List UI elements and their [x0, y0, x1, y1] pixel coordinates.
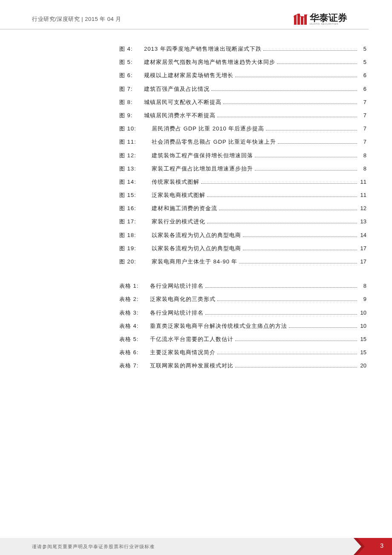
- toc-leader-dots: [205, 283, 357, 288]
- toc-entry-label: 图 18:: [119, 228, 144, 242]
- footer-page-badge: 3: [354, 538, 392, 555]
- toc-entry-title: 泛家装电商模式图解: [144, 188, 205, 202]
- toc-entry-title: 以家装各流程为切入点的典型电商: [144, 228, 241, 242]
- toc-entry-label: 图 11:: [119, 135, 144, 148]
- toc-entry-page: 11: [359, 175, 366, 188]
- toc-leader-dots: [277, 60, 357, 64]
- toc-leader-dots: [266, 126, 357, 130]
- toc-entry-title: 垂直类泛家装电商平台解决传统模式业主痛点的方法: [150, 319, 287, 332]
- toc-row: 图 13:家装工程产值占比增加且增速逐步抬升8: [119, 162, 366, 175]
- toc-leader-dots: [235, 363, 357, 367]
- toc-leader-dots: [223, 99, 357, 104]
- toc-leader-dots: [235, 337, 357, 341]
- toc-row: 表格 7:互联网家装的两种发展模式对比20: [119, 359, 366, 372]
- toc-leader-dots: [207, 219, 357, 223]
- toc-entry-page: 5: [359, 55, 366, 69]
- toc-row: 图 7:建筑百强产值及占比情况6: [119, 82, 366, 95]
- toc-entry-page: 9: [359, 292, 366, 306]
- toc-entry-page: 8: [359, 149, 366, 162]
- toc-row: 图 4:2013 年四季度地产销售增速出现断崖式下跌5: [119, 42, 366, 55]
- toc-entry-title: 主要泛家装电商情况简介: [150, 346, 216, 359]
- toc-entry-label: 表格 2:: [119, 292, 150, 306]
- toc-leader-dots: [235, 73, 357, 77]
- toc-entry-label: 图 14:: [119, 175, 144, 188]
- toc-row: 图 14:传统家装模式图解11: [119, 175, 366, 188]
- toc-row: 图 15:泛家装电商模式图解11: [119, 188, 366, 202]
- toc-entry-label: 表格 1:: [119, 279, 150, 292]
- toc-row: 图 17:家装行业的模式进化13: [119, 215, 366, 228]
- toc-leader-dots: [255, 153, 357, 157]
- toc-leader-dots: [201, 179, 357, 183]
- page-footer: 谨请参阅尾页重要声明及华泰证券股票和行业评级标准 3: [0, 538, 392, 555]
- toc-entry-title: 2013 年四季度地产销售增速出现断崖式下跌: [144, 42, 262, 55]
- toc-leader-dots: [205, 310, 357, 314]
- toc-leader-dots: [243, 246, 357, 250]
- toc-row: 表格 4:垂直类泛家装电商平台解决传统模式业主痛点的方法10: [119, 319, 366, 332]
- toc-entry-title: 城镇居民消费水平不断提高: [144, 109, 216, 122]
- page-header: 行业研究/深度研究 | 2015 年 04 月 华泰证券 HUATAI SECU…: [0, 0, 369, 29]
- toc-entry-label: 图 20:: [119, 255, 144, 268]
- toc-leader-dots: [243, 232, 357, 237]
- toc-content: 图 4:2013 年四季度地产销售增速出现断崖式下跌5图 5:建材家居景气指数与…: [0, 29, 392, 373]
- toc-entry-label: 图 15:: [119, 188, 144, 202]
- toc-entry-page: 8: [359, 279, 366, 292]
- toc-entry-page: 7: [359, 135, 366, 148]
- figures-list: 图 4:2013 年四季度地产销售增速出现断崖式下跌5图 5:建材家居景气指数与…: [119, 42, 366, 268]
- toc-entry-label: 图 16:: [119, 202, 144, 215]
- toc-entry-page: 15: [359, 346, 366, 359]
- toc-entry-page: 17: [359, 242, 366, 255]
- toc-entry-title: 千亿流水平台需要的工人数估计: [150, 332, 233, 346]
- toc-leader-dots: [217, 113, 357, 117]
- toc-leader-dots: [289, 323, 357, 327]
- toc-entry-title: 建筑百强产值及占比情况: [144, 82, 210, 95]
- toc-entry-label: 表格 7:: [119, 359, 150, 372]
- breadcrumb: 行业研究/深度研究 | 2015 年 04 月: [32, 15, 121, 23]
- toc-row: 表格 1:各行业网站统计排名8: [119, 279, 366, 292]
- toc-row: 图 16:建材和施工消费的资金流12: [119, 202, 366, 215]
- brand-text-block: 华泰证券 HUATAI SECURITIES: [310, 13, 347, 25]
- toc-row: 图 8:城镇居民可支配收入不断提高7: [119, 95, 366, 109]
- toc-leader-dots: [211, 86, 357, 90]
- toc-entry-page: 15: [359, 332, 366, 346]
- toc-entry-title: 家装工程产值占比增加且增速逐步抬升: [144, 162, 253, 175]
- toc-entry-title: 互联网家装的两种发展模式对比: [150, 359, 233, 372]
- toc-entry-title: 泛家装电商化的三类形式: [150, 292, 216, 306]
- toc-entry-page: 17: [359, 255, 366, 268]
- toc-entry-title: 建材和施工消费的资金流: [144, 202, 217, 215]
- toc-entry-title: 规模以上建材家居卖场销售无增长: [144, 69, 233, 82]
- toc-entry-label: 表格 3:: [119, 306, 150, 319]
- toc-row: 图 9:城镇居民消费水平不断提高7: [119, 109, 366, 122]
- toc-row: 表格 5:千亿流水平台需要的工人数估计15: [119, 332, 366, 346]
- toc-row: 图 10:居民消费占 GDP 比重 2010 年后逐步提高7: [119, 122, 366, 135]
- toc-row: 图 6:规模以上建材家居卖场销售无增长6: [119, 69, 366, 82]
- toc-entry-page: 12: [359, 202, 366, 215]
- toc-row: 图 20:家装电商用户主体生于 84-90 年17: [119, 255, 366, 268]
- toc-row: 图 19:以家装各流程为切入点的典型电商17: [119, 242, 366, 255]
- toc-entry-label: 图 7:: [119, 82, 144, 95]
- footer-disclaimer: 谨请参阅尾页重要声明及华泰证券股票和行业评级标准: [0, 543, 354, 550]
- toc-entry-title: 各行业网站统计排名: [150, 279, 204, 292]
- toc-leader-dots: [219, 206, 357, 210]
- svg-rect-0: [294, 15, 297, 25]
- toc-entry-title: 以家装各流程为切入点的典型电商: [144, 242, 241, 255]
- toc-entry-page: 14: [359, 228, 366, 242]
- toc-entry-title: 建材家居景气指数与房地产销售增速趋势大体同步: [144, 55, 275, 69]
- toc-row: 图 18:以家装各流程为切入点的典型电商14: [119, 228, 366, 242]
- toc-row: 表格 2:泛家装电商化的三类形式9: [119, 292, 366, 306]
- toc-entry-page: 10: [359, 319, 366, 332]
- toc-leader-dots: [217, 297, 357, 301]
- toc-entry-label: 图 19:: [119, 242, 144, 255]
- toc-entry-label: 图 12:: [119, 149, 144, 162]
- toc-entry-title: 建筑装饰工程产值保持增长但增速回落: [144, 149, 253, 162]
- toc-leader-dots: [207, 193, 357, 197]
- toc-leader-dots: [255, 166, 357, 170]
- brand-logo-icon: [294, 13, 307, 26]
- toc-entry-label: 图 8:: [119, 95, 144, 109]
- toc-entry-label: 表格 4:: [119, 319, 150, 332]
- toc-entry-page: 5: [359, 42, 366, 55]
- toc-entry-title: 传统家装模式图解: [144, 175, 199, 188]
- toc-leader-dots: [278, 139, 357, 144]
- toc-row: 表格 6:主要泛家装电商情况简介15: [119, 346, 366, 359]
- toc-entry-title: 家装行业的模式进化: [144, 215, 205, 228]
- toc-entry-page: 7: [359, 122, 366, 135]
